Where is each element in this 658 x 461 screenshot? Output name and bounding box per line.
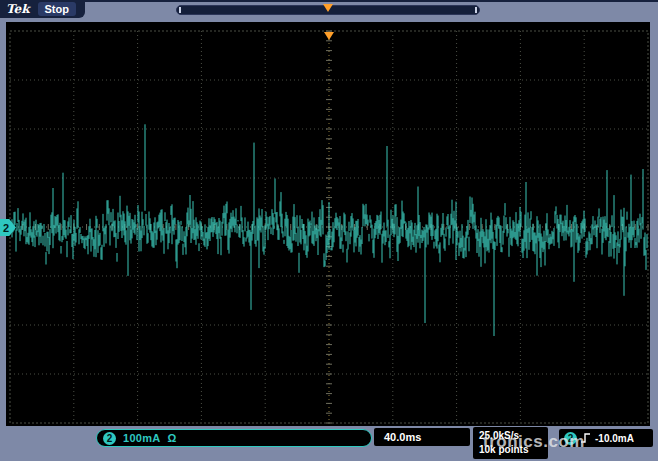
record-view-bar (176, 5, 480, 15)
acquisition-readout: 25.0kS/s 10k points (473, 427, 548, 459)
trigger-level-value: -10.0mA (595, 433, 634, 444)
channel-2-coupling: Ω (168, 432, 177, 444)
waveform-screen (6, 22, 650, 426)
channel-2-marker-label: 2 (3, 222, 9, 234)
timebase-readout: 40.0ms (374, 428, 470, 446)
acquisition-status-badge: Stop (38, 2, 76, 16)
trigger-slope-icon (581, 432, 591, 444)
oscilloscope-display: Tek Stop 2 2 100mA Ω 40.0ms 25.0kS/s 10k… (0, 0, 658, 461)
record-view-end-tick (475, 7, 477, 13)
sample-rate-value: 25.0kS/s (479, 429, 548, 443)
top-edge-strip (0, 0, 658, 2)
top-status-bar: Tek Stop (0, 0, 85, 18)
record-view-start-tick (179, 7, 181, 13)
channel-2-scale-value: 100mA (123, 432, 161, 444)
graticule (6, 22, 650, 426)
channel-2-badge: 2 (103, 432, 116, 445)
trigger-position-marker-icon (323, 4, 333, 12)
brand-logo: Tek (6, 2, 30, 16)
channel-2-readout: 2 100mA Ω (96, 429, 372, 447)
trigger-readout: 2 -10.0mA (559, 429, 653, 447)
record-length-value: 10k points (479, 443, 548, 457)
trigger-source-badge: 2 (564, 432, 577, 445)
